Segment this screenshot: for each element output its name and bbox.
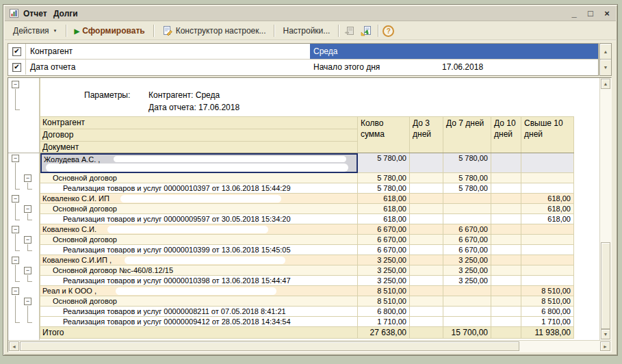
document-row[interactable]: Реализация товаров и услуг 00000010398 о… — [40, 276, 574, 286]
amount-cell[interactable] — [491, 245, 521, 255]
document-row[interactable]: Реализация товаров и услуг 00000009412 о… — [40, 317, 574, 327]
amount-cell[interactable] — [491, 204, 521, 214]
amount-cell[interactable] — [491, 224, 521, 235]
amount-cell[interactable] — [443, 317, 491, 327]
column-header[interactable]: До 7 дней — [443, 117, 491, 153]
amount-cell[interactable]: 5 780,00 — [443, 183, 491, 194]
amount-cell[interactable] — [410, 194, 443, 204]
amount-cell[interactable] — [491, 327, 521, 339]
amount-cell[interactable] — [410, 296, 443, 307]
name-cell[interactable]: Реализация товаров и услуг 00000010397 о… — [40, 183, 358, 194]
name-cell[interactable]: Реализация товаров и услуг 00000010399 о… — [40, 245, 358, 255]
amount-cell[interactable]: 15 700,00 — [443, 327, 491, 339]
amount-cell[interactable]: 5 780,00 — [358, 153, 410, 173]
header-group-column[interactable]: Контрагент Договор Документ — [40, 117, 358, 153]
actions-button[interactable]: Действия ▼ — [8, 23, 63, 38]
name-cell[interactable]: Реализация товаров и услуг 00000009597 о… — [40, 214, 358, 224]
amount-cell[interactable] — [410, 245, 443, 255]
scroll-left-button[interactable]: ◄ — [9, 341, 19, 351]
amount-cell[interactable] — [443, 214, 491, 224]
amount-cell[interactable] — [410, 214, 443, 224]
amount-cell[interactable] — [521, 276, 574, 286]
amount-cell[interactable] — [410, 224, 443, 235]
amount-cell[interactable]: 5 780,00 — [443, 153, 491, 173]
scroll-up-button[interactable]: ▲ — [600, 44, 611, 60]
name-cell[interactable]: Реализация товаров и услуг 00000009412 о… — [40, 317, 358, 327]
name-cell[interactable]: Коваленко С.И. ИП — [40, 194, 358, 204]
amount-cell[interactable]: 6 670,00 — [358, 235, 410, 245]
amount-cell[interactable]: 3 250,00 — [358, 255, 410, 265]
group-row[interactable]: Коваленко С.И. ИП618,00618,00 — [40, 194, 574, 204]
amount-cell[interactable] — [521, 224, 574, 235]
document-row[interactable]: Реализация товаров и услуг 00000008211 о… — [40, 307, 574, 317]
amount-cell[interactable]: 618,00 — [358, 204, 410, 214]
amount-cell[interactable] — [443, 194, 491, 204]
amount-cell[interactable] — [410, 317, 443, 327]
amount-cell[interactable]: 3 250,00 — [358, 265, 410, 276]
collapse-icon[interactable]: − — [12, 287, 19, 295]
amount-cell[interactable] — [521, 173, 574, 183]
name-cell[interactable]: Реализация товаров и услуг 00000008211 о… — [40, 307, 358, 317]
amount-cell[interactable] — [410, 183, 443, 194]
column-header[interactable]: Свыше 10 дней — [521, 117, 574, 153]
amount-cell[interactable] — [491, 194, 521, 204]
close-button[interactable]: × — [602, 9, 612, 18]
param-label[interactable]: Контрагент — [26, 44, 310, 59]
amount-cell[interactable] — [491, 235, 521, 245]
scroll-down-button[interactable]: ▼ — [601, 329, 610, 339]
group-row[interactable]: Коваленко С.И.6 670,006 670,00 — [40, 224, 574, 235]
name-cell[interactable]: Основной договор — [40, 204, 358, 214]
amount-cell[interactable] — [410, 327, 443, 339]
name-cell[interactable]: Основной договор №с-460/8.12/15 — [40, 265, 358, 276]
amount-cell[interactable]: 6 670,00 — [358, 245, 410, 255]
scroll-up-button[interactable]: ▲ — [601, 79, 610, 89]
amount-cell[interactable]: 6 670,00 — [443, 224, 491, 235]
amount-cell[interactable]: 11 938,00 — [521, 327, 574, 339]
amount-cell[interactable] — [491, 255, 521, 265]
name-cell[interactable]: Итого — [40, 327, 358, 339]
amount-cell[interactable] — [491, 153, 521, 173]
amount-cell[interactable]: 8 510,00 — [358, 296, 410, 307]
column-header[interactable]: Колво сумма — [358, 117, 410, 153]
amount-cell[interactable]: 618,00 — [358, 194, 410, 204]
vertical-scroll-thumb[interactable] — [601, 242, 610, 329]
amount-cell[interactable] — [491, 265, 521, 276]
amount-cell[interactable]: 618,00 — [521, 194, 574, 204]
amount-cell[interactable] — [491, 317, 521, 327]
amount-cell[interactable]: 27 638,00 — [358, 327, 410, 339]
contract-row[interactable]: Основной договор5 780,005 780,00 — [40, 173, 574, 183]
settings-constructor-button[interactable]: Конструктор настроек... — [157, 23, 272, 39]
name-cell[interactable]: Основной договор — [40, 173, 358, 183]
amount-cell[interactable]: 8 510,00 — [521, 296, 574, 307]
amount-cell[interactable] — [491, 214, 521, 224]
group-row[interactable]: Жолудева А.С. ,5 780,005 780,00 — [40, 153, 574, 173]
settings-button[interactable]: Настройки... — [277, 23, 335, 38]
column-header[interactable]: До 10 дней — [491, 117, 521, 153]
vertical-scrollbar[interactable]: ▲ ▼ — [599, 78, 611, 340]
amount-cell[interactable]: 8 510,00 — [358, 286, 410, 296]
scroll-down-button[interactable]: ▼ — [600, 60, 611, 75]
amount-cell[interactable] — [491, 296, 521, 307]
name-cell[interactable]: Основной договор — [40, 296, 358, 307]
group-row[interactable]: Реал и К ООО ,8 510,008 510,00 — [40, 286, 574, 296]
amount-cell[interactable]: 3 250,00 — [358, 276, 410, 286]
amount-cell[interactable] — [521, 183, 574, 194]
horizontal-scrollbar[interactable]: ◄ ► — [8, 340, 611, 352]
amount-cell[interactable]: 5 780,00 — [358, 183, 410, 194]
amount-cell[interactable] — [491, 183, 521, 194]
amount-cell[interactable]: 6 670,00 — [443, 235, 491, 245]
name-cell[interactable]: Коваленко С.И. — [40, 224, 358, 235]
collapse-icon[interactable]: − — [12, 195, 19, 203]
name-cell[interactable]: Реализация товаров и услуг 00000010398 о… — [40, 276, 358, 286]
amount-cell[interactable]: 1 710,00 — [521, 317, 574, 327]
document-row[interactable]: Реализация товаров и услуг 00000010399 о… — [40, 245, 574, 255]
amount-cell[interactable] — [521, 235, 574, 245]
amount-cell[interactable]: 1 710,00 — [358, 317, 410, 327]
help-button[interactable]: ? — [383, 25, 394, 37]
name-cell[interactable]: Основной договор — [40, 235, 358, 245]
column-header[interactable]: До 3 дней — [410, 117, 443, 153]
collapse-icon[interactable]: − — [12, 81, 19, 88]
report-date-checkbox[interactable]: ✔ — [8, 60, 26, 75]
scroll-right-button[interactable]: ► — [600, 341, 610, 351]
contract-row[interactable]: Основной договор6 670,006 670,00 — [40, 235, 574, 245]
